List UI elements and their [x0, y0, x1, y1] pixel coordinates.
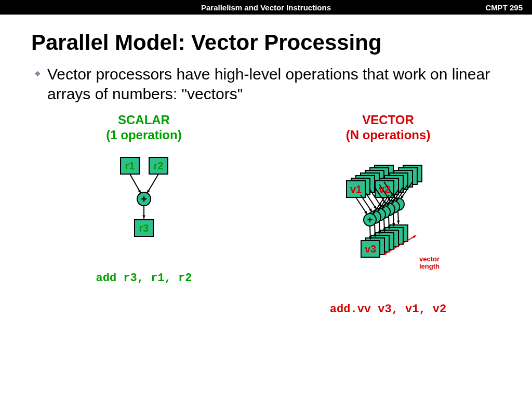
header-course: CMPT 295	[485, 3, 523, 12]
svg-marker-11	[142, 215, 145, 218]
diamond-bullet-icon: ❖	[34, 70, 41, 78]
vector-column: VECTOR (N operations) v1v2v3+vectorlengt…	[275, 113, 501, 316]
scalar-heading: SCALAR (1 operation)	[106, 113, 181, 143]
slide-content: Parallel Model: Vector Processing ❖ Vect…	[0, 15, 532, 316]
bullet-item: ❖ Vector processors have high-level oper…	[34, 64, 501, 103]
scalar-diagram: r1r2+r3	[31, 152, 257, 256]
scalar-column: SCALAR (1 operation) r1r2+r3 add r3, r1,…	[31, 113, 257, 316]
svg-text:length: length	[419, 262, 440, 270]
header-bar: Parallelism and Vector Instructions CMPT…	[0, 0, 532, 15]
svg-text:v2: v2	[379, 183, 390, 195]
diagram-columns: SCALAR (1 operation) r1r2+r3 add r3, r1,…	[31, 113, 501, 316]
header-center: Parallelism and Vector Instructions	[201, 3, 331, 12]
scalar-code: add r3, r1, r2	[96, 272, 192, 285]
svg-marker-47	[397, 220, 400, 224]
vector-heading-line2: (N operations)	[346, 128, 431, 142]
svg-text:vector: vector	[419, 255, 440, 263]
scalar-heading-line1: SCALAR	[118, 113, 170, 127]
svg-text:+: +	[141, 193, 147, 205]
scalar-heading-line2: (1 operation)	[106, 128, 181, 142]
svg-text:v3: v3	[365, 243, 376, 255]
vector-heading: VECTOR (N operations)	[346, 113, 431, 143]
vector-diagram: v1v2v3+vectorlength	[275, 152, 501, 287]
slide-title: Parallel Model: Vector Processing	[31, 30, 501, 55]
vector-heading-line1: VECTOR	[362, 113, 414, 127]
svg-text:r1: r1	[125, 160, 135, 171]
svg-text:r3: r3	[139, 222, 149, 234]
svg-line-6	[147, 174, 158, 193]
svg-text:v1: v1	[350, 183, 362, 195]
vector-code: add.vv v3, v1, v2	[330, 303, 446, 316]
svg-text:+: +	[367, 215, 373, 225]
bullet-text: Vector processors have high-level operat…	[47, 64, 501, 103]
svg-text:r2: r2	[154, 160, 164, 171]
